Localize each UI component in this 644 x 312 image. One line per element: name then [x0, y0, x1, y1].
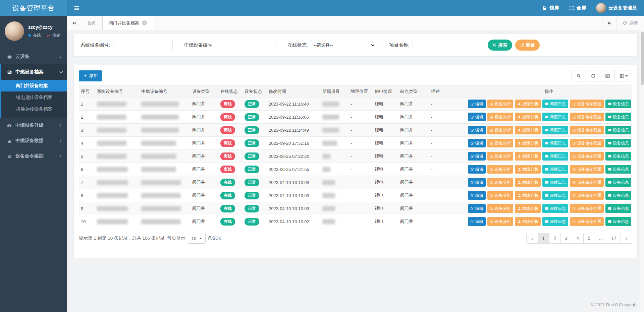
device-info-button[interactable]: 设备信息	[605, 100, 631, 108]
device-info-button[interactable]: 设备信息	[605, 165, 631, 174]
search-input-0[interactable]	[113, 40, 173, 50]
device-analysis-button[interactable]: 设备分析	[487, 178, 513, 187]
device-analysis-button[interactable]: 设备分析	[487, 139, 513, 147]
fault-analysis-button[interactable]: 故障分析	[515, 178, 541, 187]
device-command-config-button[interactable]: 设备命令配置	[570, 178, 604, 187]
table-detail-view-button[interactable]	[600, 70, 615, 81]
dispatch-log-button[interactable]: 调度日志	[542, 165, 568, 174]
fullscreen-button[interactable]: 全屏	[569, 5, 586, 11]
dispatch-log-button[interactable]: 调度日志	[542, 126, 568, 134]
page-size-dropdown[interactable]: 10	[188, 233, 206, 244]
fault-analysis-button[interactable]: 故障分析	[515, 113, 541, 121]
device-command-config-button[interactable]: 设备命令配置	[570, 113, 604, 121]
device-analysis-button[interactable]: 设备分析	[487, 126, 513, 134]
device-command-config-button[interactable]: 设备命令配置	[570, 165, 604, 174]
device-analysis-button[interactable]: 设备分析	[487, 165, 513, 174]
dispatch-log-button[interactable]: 调度日志	[542, 100, 568, 108]
device-info-button[interactable]: 设备信息	[605, 113, 631, 121]
dispatch-log-button[interactable]: 调度日志	[542, 139, 568, 147]
scrollbar-thumb[interactable]	[641, 32, 644, 85]
fault-analysis-button[interactable]: 故障分析	[515, 204, 541, 213]
device-command-config-button[interactable]: 设备命令配置	[570, 204, 604, 213]
device-command-config-button[interactable]: 设备命令配置	[570, 191, 604, 200]
lock-screen-button[interactable]: 锁屏	[542, 5, 559, 11]
edit-button[interactable]: 编辑	[468, 126, 486, 134]
fault-analysis-button[interactable]: 故障分析	[515, 165, 541, 174]
fault-analysis-button[interactable]: 故障分析	[515, 100, 541, 108]
device-command-config-button[interactable]: 设备命令配置	[570, 217, 604, 226]
page-button-5[interactable]: 5	[583, 233, 595, 244]
device-analysis-button[interactable]: 设备分析	[487, 204, 513, 213]
edit-button[interactable]: 编辑	[468, 100, 486, 108]
device-info-button[interactable]: 设备信息	[605, 152, 631, 161]
dispatch-log-button[interactable]: 调度日志	[542, 178, 568, 187]
fault-analysis-button[interactable]: 故障分析	[515, 152, 541, 161]
device-command-config-button[interactable]: 设备命令配置	[570, 139, 604, 147]
device-info-button[interactable]: 设备信息	[605, 217, 631, 226]
sidebar-item-4[interactable]: 设备命令跟踪	[1, 148, 67, 164]
device-analysis-button[interactable]: 设备分析	[487, 100, 513, 108]
fault-analysis-button[interactable]: 故障分析	[515, 191, 541, 200]
page-button-...[interactable]: ...	[595, 233, 607, 244]
page-button-2[interactable]: 2	[549, 233, 561, 244]
fault-analysis-button[interactable]: 故障分析	[515, 139, 541, 147]
device-analysis-button[interactable]: 设备分析	[487, 113, 513, 121]
search-button[interactable]: 搜索	[488, 40, 512, 51]
fault-analysis-button[interactable]: 故障分析	[515, 217, 541, 226]
device-command-config-button[interactable]: 设备命令配置	[570, 126, 604, 134]
table-refresh-button[interactable]	[586, 70, 600, 81]
page-button-3[interactable]: 3	[560, 233, 572, 244]
sidebar-item-1[interactable]: 中燃设备档案	[1, 64, 67, 80]
edit-button[interactable]: 编辑	[468, 204, 486, 213]
sidebar-item-3[interactable]: 中燃设备数据	[1, 133, 67, 148]
device-analysis-button[interactable]: 设备分析	[487, 217, 513, 226]
device-analysis-button[interactable]: 设备分析	[487, 152, 513, 161]
edit-button[interactable]: 编辑	[468, 191, 486, 200]
close-icon[interactable]: ×	[142, 20, 147, 25]
tabs-scroll-right-button[interactable]	[602, 16, 616, 30]
device-analysis-button[interactable]: 设备分析	[487, 191, 513, 200]
sidebar-subitem-1-1[interactable]: 锂电远传设备档案	[1, 91, 67, 103]
device-info-button[interactable]: 设备信息	[605, 139, 631, 147]
next-page-button[interactable]: ›	[621, 233, 632, 244]
page-button-1[interactable]: 1	[538, 233, 549, 244]
refresh-tab-button[interactable]: 刷新	[616, 16, 644, 30]
sidebar-item-2[interactable]: 中燃设备升级	[1, 118, 67, 133]
table-columns-button[interactable]	[615, 70, 632, 81]
dispatch-log-button[interactable]: 调度日志	[542, 113, 568, 121]
device-info-button[interactable]: 设备信息	[605, 204, 631, 213]
edit-button[interactable]: 编辑	[468, 113, 486, 121]
add-button[interactable]: 添加	[79, 70, 102, 81]
scrollbar[interactable]	[640, 30, 644, 312]
device-info-button[interactable]: 设备信息	[605, 178, 631, 187]
admin-user-menu[interactable]: 云设备管理员	[596, 3, 637, 13]
tab-1[interactable]: 阀门井设备档案×	[102, 16, 153, 30]
online-status-select[interactable]: --请选择--	[311, 40, 378, 50]
fault-analysis-button[interactable]: 故障分析	[515, 126, 541, 134]
search-input-1[interactable]	[217, 40, 276, 50]
device-command-config-button[interactable]: 设备命令配置	[570, 100, 604, 108]
sidebar-subitem-1-0[interactable]: 阀门井设备档案	[1, 80, 67, 91]
edit-button[interactable]: 编辑	[468, 178, 486, 187]
tab-0[interactable]: 首页	[81, 16, 102, 30]
tabs-scroll-left-button[interactable]	[67, 16, 81, 30]
device-info-button[interactable]: 设备信息	[605, 126, 631, 134]
prev-page-button[interactable]: ‹	[526, 233, 538, 244]
sidebar-subitem-1-2[interactable]: 拼装远传设备档案	[1, 103, 67, 115]
dispatch-log-button[interactable]: 调度日志	[542, 204, 568, 213]
device-info-button[interactable]: 设备信息	[605, 191, 631, 200]
edit-button[interactable]: 编辑	[468, 139, 486, 147]
table-search-toggle-button[interactable]	[572, 70, 586, 81]
logout-button[interactable]: 注销	[52, 33, 60, 38]
dispatch-log-button[interactable]: 调度日志	[542, 217, 568, 226]
edit-button[interactable]: 编辑	[468, 152, 486, 161]
sidebar-item-0[interactable]: 云设备	[1, 49, 67, 64]
page-button-4[interactable]: 4	[572, 233, 584, 244]
edit-button[interactable]: 编辑	[468, 165, 486, 174]
page-button-17[interactable]: 17	[607, 233, 621, 244]
device-command-config-button[interactable]: 设备命令配置	[570, 152, 604, 161]
sidebar-toggle-button[interactable]	[67, 0, 86, 16]
search-input-3[interactable]	[413, 40, 472, 50]
reset-button[interactable]: 重置	[515, 40, 540, 51]
dispatch-log-button[interactable]: 调度日志	[542, 191, 568, 200]
